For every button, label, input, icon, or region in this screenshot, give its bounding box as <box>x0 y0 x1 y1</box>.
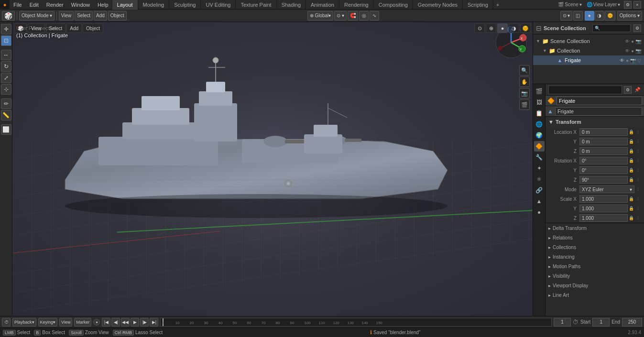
rotation-z-more[interactable]: ⋮ <box>634 177 641 182</box>
prop-view-layer-icon-btn[interactable]: 📋 <box>534 108 545 119</box>
camera-btn[interactable]: 📷 <box>519 88 530 98</box>
marker-btn[interactable]: Marker <box>74 318 91 326</box>
menu-render[interactable]: Render <box>43 0 67 10</box>
object-name-input[interactable] <box>557 97 642 105</box>
top-right-btn1[interactable]: ⚙ <box>624 1 632 9</box>
rotation-mode-dropdown[interactable]: XYZ Euler ▾ <box>579 185 634 193</box>
location-x-lock[interactable]: 🔒 <box>628 130 634 134</box>
prop-modifier-icon-btn[interactable]: 🔧 <box>534 152 545 163</box>
add-cube-btn[interactable]: ⬜ <box>1 124 11 135</box>
select-menu-btn[interactable]: Select <box>75 11 93 21</box>
tab-shading[interactable]: Shading <box>277 0 306 10</box>
falloff-type-btn[interactable]: ∿ <box>370 11 379 21</box>
overlay-btn[interactable]: ⊙▾ <box>560 11 572 21</box>
frigate-select-icon[interactable]: ● <box>626 58 629 63</box>
prop-object-icon-btn[interactable]: 🔶 <box>534 141 545 152</box>
camera-perspective-btn[interactable]: ✋ <box>519 76 530 87</box>
scale-y-lock[interactable]: 🔒 <box>628 206 634 211</box>
viewport-select-menu[interactable]: Select <box>46 23 66 33</box>
outliner-filter-btn[interactable]: ⚙ <box>633 24 641 32</box>
top-right-btn2[interactable]: × <box>633 1 641 9</box>
viewport-view-menu[interactable]: View <box>28 23 45 33</box>
frigate-filter-icon[interactable]: ▽ <box>637 58 641 63</box>
select-box-btn[interactable]: ⊡ <box>1 35 11 46</box>
scale-btn[interactable]: ⤢ <box>1 73 11 83</box>
view-menu-btn[interactable]: View <box>59 11 74 21</box>
add-workspace-button[interactable]: + <box>493 2 502 8</box>
add-menu-btn[interactable]: Add <box>94 11 107 21</box>
viewport-shading-render[interactable]: 🌞 <box>520 23 531 33</box>
prop-data-icon-btn[interactable]: ▲ <box>534 196 545 207</box>
collections-section[interactable]: ▸ Collections <box>546 242 644 252</box>
tree-item-scene-collection[interactable]: ▼ 📁 Scene Collection 👁 ● 📷 <box>533 36 644 46</box>
visibility-section[interactable]: ▸ Visibility <box>546 271 644 281</box>
prop-scene-icon-btn[interactable]: 🌐 <box>534 119 545 130</box>
frigate-visibility-icon[interactable]: 👁 <box>620 58 624 63</box>
rotation-y-lock[interactable]: 🔒 <box>628 168 634 173</box>
rotate-btn[interactable]: ↻ <box>1 61 11 72</box>
timeline-editor-type-btn[interactable]: ⏱ <box>2 318 11 326</box>
location-y-lock[interactable]: 🔒 <box>628 139 634 144</box>
start-frame-input[interactable] <box>592 318 610 326</box>
prop-material-icon-btn[interactable]: ● <box>534 207 545 217</box>
rotation-y-more[interactable]: ⋮ <box>634 168 641 173</box>
scale-x-more[interactable]: ⋮ <box>634 196 641 201</box>
viewport-shading-material[interactable]: ◑ <box>509 23 519 33</box>
tab-uv-editing[interactable]: UV Editing <box>201 0 236 10</box>
render-preview-btn[interactable]: 🌞 <box>605 11 615 21</box>
tab-texture-paint[interactable]: Texture Paint <box>236 0 276 10</box>
viewport-display-section[interactable]: ▸ Viewport Display <box>546 281 644 290</box>
cursor-tool-btn[interactable]: ✛ <box>1 24 11 34</box>
scale-y-more[interactable]: ⋮ <box>634 206 641 211</box>
scene-dropdown[interactable]: 🎬 Scene ▾ <box>558 2 581 7</box>
timeline-ruler[interactable]: 1 10 20 30 40 50 60 70 80 90 100 110 120… <box>160 318 552 326</box>
solid-mode-btn[interactable]: ● <box>585 11 594 21</box>
collection-render-icon[interactable]: 📷 <box>635 48 641 54</box>
rotation-z-lock[interactable]: 🔒 <box>628 177 634 182</box>
tab-rendering[interactable]: Rendering <box>339 0 374 10</box>
menu-edit[interactable]: Edit <box>26 0 43 10</box>
location-z-more[interactable]: ⋮ <box>634 149 641 153</box>
jump-start-btn[interactable]: |◀ <box>102 318 110 326</box>
location-z-input[interactable]: 0 m <box>579 147 628 155</box>
tab-scripting[interactable]: Scripting <box>463 0 493 10</box>
tab-layout[interactable]: Layout <box>112 0 138 10</box>
tree-render-icon[interactable]: 📷 <box>635 39 641 44</box>
motion-paths-section[interactable]: ▸ Motion Paths <box>546 261 644 271</box>
transform-btn[interactable]: ⊹ <box>1 84 11 95</box>
object-mode-btn[interactable]: Object Mode ▾ <box>19 11 55 21</box>
viewport-shading-solid[interactable]: ● <box>497 23 508 33</box>
rotation-x-lock[interactable]: 🔒 <box>628 158 634 163</box>
menu-file[interactable]: File <box>10 0 26 10</box>
menu-help[interactable]: Help <box>94 0 112 10</box>
blender-logo[interactable]: ● <box>0 0 10 10</box>
location-y-input[interactable]: 0 m <box>579 138 628 145</box>
object-data-name-input[interactable] <box>555 107 642 116</box>
end-frame-input[interactable] <box>622 318 642 326</box>
location-x-more[interactable]: ⋮ <box>634 130 641 134</box>
measure-btn[interactable]: 📏 <box>1 110 11 120</box>
zoom-to-fit-btn[interactable]: 🔍 <box>519 65 530 76</box>
tree-select-icon[interactable]: ● <box>631 39 634 44</box>
tree-visibility-icon[interactable]: 👁 <box>625 39 630 44</box>
rotation-y-input[interactable]: 0° <box>579 166 628 174</box>
scale-z-input[interactable]: 1.000 <box>579 214 628 222</box>
viewport-gizmo-icon[interactable]: ⊕ <box>486 23 496 33</box>
play-reverse-btn[interactable]: ◀◀ <box>121 318 130 326</box>
location-y-more[interactable]: ⋮ <box>634 139 641 144</box>
xray-btn[interactable]: ◫ <box>573 11 583 21</box>
properties-pin-btn[interactable]: 📌 <box>633 86 641 94</box>
prop-physics-icon-btn[interactable]: ⚛ <box>534 174 545 185</box>
prop-output-icon-btn[interactable]: 🖼 <box>534 97 545 108</box>
location-x-input[interactable]: 0 m <box>579 128 628 136</box>
viewport-add-menu[interactable]: Add <box>66 23 82 33</box>
viewport-overlay-icon[interactable]: ⊙ <box>474 23 485 33</box>
annotate-btn[interactable]: ✏ <box>1 98 11 109</box>
object-menu-btn[interactable]: Object <box>108 11 127 21</box>
view-layer-dropdown[interactable]: 🌐 View Layer ▾ <box>587 2 620 7</box>
transform-orientation-btn[interactable]: ⊕Global▾ <box>307 11 333 21</box>
tab-geometry-nodes[interactable]: Geometry Nodes <box>413 0 463 10</box>
tab-compositing[interactable]: Compositing <box>374 0 413 10</box>
tree-item-collection[interactable]: ▼ 📁 Collection 👁 ● 📷 <box>533 46 644 55</box>
menu-window[interactable]: Window <box>67 0 94 10</box>
